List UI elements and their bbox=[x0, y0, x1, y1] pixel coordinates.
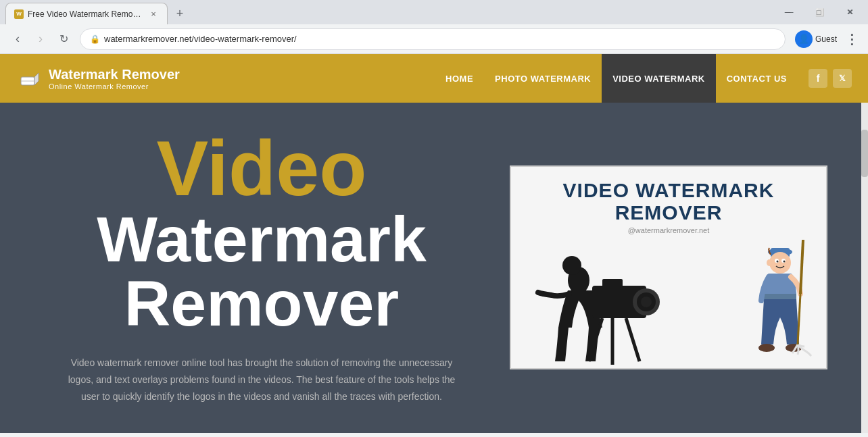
hero-image-title: VIDEO WATERMARK REMOVER bbox=[563, 179, 775, 224]
reload-button[interactable]: ↻ bbox=[53, 28, 74, 50]
forward-button[interactable]: › bbox=[30, 28, 51, 50]
page-scrollbar[interactable] bbox=[861, 103, 868, 433]
close-window-icon[interactable]: ✕ bbox=[834, 4, 865, 20]
url-input[interactable]: 🔒 watermarkremover.net/video-watermark-r… bbox=[80, 28, 786, 50]
scrollbar-thumb[interactable] bbox=[861, 130, 868, 177]
svg-point-18 bbox=[777, 261, 779, 263]
svg-line-25 bbox=[798, 294, 800, 344]
nav-links: HOME PHOTO WATERMARK VIDEO WATERMARK CON… bbox=[435, 54, 798, 103]
hero-description: Video watermark remover online tool has … bbox=[66, 355, 458, 406]
browser-tab[interactable]: W Free Video Watermark Remover × bbox=[5, 3, 168, 24]
back-button[interactable]: ‹ bbox=[7, 28, 28, 50]
hero-illustration bbox=[525, 240, 813, 368]
svg-rect-21 bbox=[764, 294, 796, 299]
lock-icon: 🔒 bbox=[90, 34, 100, 44]
logo-text-sub: Online Watermark Remover bbox=[49, 82, 180, 91]
tab-close-icon[interactable]: × bbox=[148, 9, 159, 20]
nav-photo-watermark[interactable]: PHOTO WATERMARK bbox=[484, 54, 602, 103]
logo-icon bbox=[16, 66, 42, 91]
svg-point-19 bbox=[783, 261, 786, 263]
facebook-icon[interactable]: f bbox=[809, 69, 827, 88]
hero-title-video: Video bbox=[41, 130, 483, 207]
twitter-icon[interactable]: 𝕏 bbox=[833, 69, 852, 88]
svg-point-20 bbox=[767, 259, 772, 266]
profile-avatar: 👤 bbox=[795, 30, 813, 48]
social-icons: f 𝕏 bbox=[809, 69, 852, 88]
svg-point-22 bbox=[758, 344, 775, 352]
hero-section: Video Watermark Remover Video watermark … bbox=[0, 103, 868, 433]
site-nav: Watermark Remover Online Watermark Remov… bbox=[0, 54, 868, 103]
svg-line-24 bbox=[800, 240, 803, 294]
profile-label: Guest bbox=[815, 34, 837, 44]
hero-image-url: @watermarkremover.net bbox=[628, 226, 710, 234]
tab-favicon: W bbox=[14, 9, 24, 19]
hero-image-box: VIDEO WATERMARK REMOVER @watermarkremove… bbox=[510, 165, 827, 369]
svg-line-12 bbox=[626, 318, 640, 361]
nav-video-watermark[interactable]: VIDEO WATERMARK bbox=[602, 54, 716, 103]
logo-text-main: Watermark Remover bbox=[49, 66, 180, 82]
cameraman-silhouette bbox=[525, 240, 680, 368]
hero-title-watermark: Watermark bbox=[41, 207, 483, 272]
minimize-window-icon[interactable]: ─ bbox=[772, 4, 803, 20]
janitor-cartoon bbox=[738, 240, 813, 368]
svg-marker-1 bbox=[34, 73, 39, 85]
url-text: watermarkremover.net/video-watermark-rem… bbox=[104, 34, 775, 44]
new-tab-button[interactable]: + bbox=[170, 4, 189, 23]
svg-point-4 bbox=[562, 256, 581, 275]
hero-title-remover: Remover bbox=[41, 272, 483, 336]
logo[interactable]: Watermark Remover Online Watermark Remov… bbox=[16, 66, 435, 91]
website-content: Watermark Remover Online Watermark Remov… bbox=[0, 54, 868, 433]
hero-text: Video Watermark Remover Video watermark … bbox=[41, 130, 483, 406]
svg-point-15 bbox=[769, 252, 791, 274]
profile-button[interactable]: 👤 Guest bbox=[791, 28, 841, 51]
svg-point-8 bbox=[641, 297, 652, 307]
tab-title: Free Video Watermark Remover bbox=[28, 9, 144, 19]
chrome-menu-button[interactable]: ⋮ bbox=[842, 30, 861, 49]
address-bar: ‹ › ↻ 🔒 watermarkremover.net/video-water… bbox=[0, 24, 868, 54]
nav-home[interactable]: HOME bbox=[435, 54, 484, 103]
svg-rect-9 bbox=[602, 279, 623, 287]
maximize-window-icon[interactable]: □ bbox=[803, 4, 834, 20]
nav-contact-us[interactable]: CONTACT US bbox=[716, 54, 798, 103]
